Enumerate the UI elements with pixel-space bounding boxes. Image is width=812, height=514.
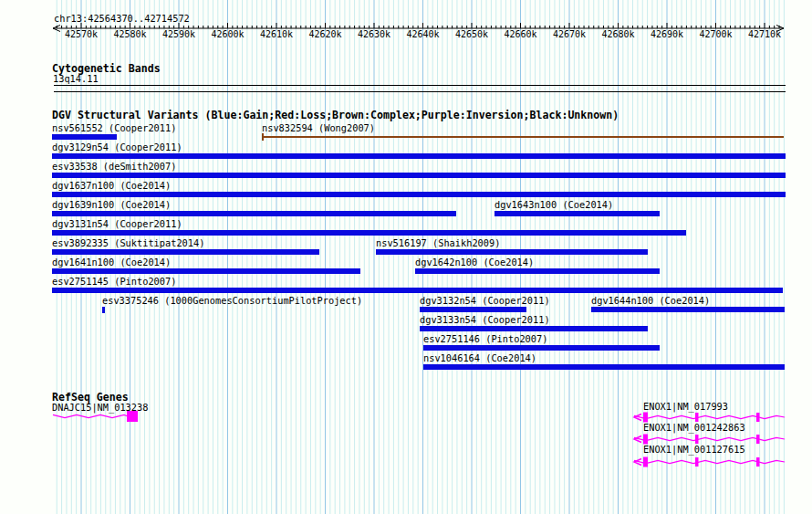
gene-exon-tick (695, 435, 699, 444)
ruler-tick-label: 42580k (108, 30, 153, 39)
gene-exon-tick (695, 413, 699, 422)
ruler-tick-label: 42700k (693, 30, 739, 39)
variant-bar[interactable] (420, 307, 526, 312)
variant-bar[interactable] (52, 288, 783, 293)
cytoband-band-box[interactable] (54, 85, 786, 92)
cytoband-label: 13q14.11 (53, 74, 99, 83)
gene-exon-tick (756, 435, 760, 444)
gene-intron-line (634, 460, 785, 463)
ruler-tick-label: 42640k (401, 30, 446, 39)
ruler-tick-label: 42660k (498, 30, 544, 39)
ruler-tick-label: 42600k (205, 30, 251, 39)
variant-label: esv2751146 (Pinto2007) (423, 334, 547, 343)
ruler-tick-label: 42610k (254, 30, 299, 39)
variant-bar[interactable] (423, 345, 660, 351)
variant-label: dgv1644n100 (Coe2014) (591, 296, 710, 305)
variant-label: dgv1641n100 (Coe2014) (52, 257, 171, 267)
variant-bar[interactable] (415, 268, 660, 274)
gene-exon-tick (695, 457, 699, 467)
gene-label: DNAJC15|NM_013238 (52, 403, 148, 412)
variant-bar[interactable] (52, 153, 786, 159)
ruler-tick-label: 42630k (351, 30, 397, 39)
variant-label: esv33538 (deSmith2007) (52, 162, 176, 171)
ruler-tick-label: 42570k (58, 30, 104, 39)
variant-label: dgv1637n100 (Coe2014) (52, 181, 171, 190)
ruler-tick-label: 42620k (303, 30, 349, 39)
variant-bar[interactable] (52, 134, 117, 140)
variant-bar[interactable] (376, 249, 648, 255)
genome-browser-view: chr13:42564370..42714572 42570k42580k425… (0, 0, 812, 514)
gene-exon-block (643, 457, 648, 467)
variant-bar[interactable] (591, 307, 785, 312)
variant-label: nsv561552 (Cooper2011) (52, 123, 176, 132)
ruler-tick-label: 42650k (449, 30, 494, 39)
gene-label: ENOX1|NM_001242863 (643, 423, 745, 432)
gene-exon-tick (756, 457, 760, 467)
variant-label: dgv3129n54 (Cooper2011) (52, 142, 182, 152)
region-label: chr13:42564370..42714572 (54, 14, 190, 23)
ruler-tick-label: 42690k (644, 30, 690, 39)
gene-intron-line (53, 414, 128, 417)
variant-complex-line[interactable] (262, 136, 784, 138)
gene-intron-line (634, 415, 785, 418)
variant-label: dgv1639n100 (Coe2014) (52, 200, 171, 209)
variant-point-bar[interactable] (102, 307, 105, 313)
gene-strand-arrow-icon (634, 436, 641, 443)
variant-label: dgv3132n54 (Cooper2011) (420, 296, 550, 305)
variant-bar[interactable] (423, 364, 785, 370)
gene-exon-tick (756, 413, 760, 422)
variant-label: dgv1643n100 (Coe2014) (494, 200, 613, 209)
ruler-tick-label: 42680k (596, 30, 641, 39)
gene-strand-arrow-icon (634, 459, 641, 466)
variant-label: dgv3131n54 (Cooper2011) (52, 219, 182, 228)
variant-bar[interactable] (420, 326, 648, 331)
gene-label: ENOX1|NM_017993 (643, 402, 728, 411)
variant-bar[interactable] (494, 211, 660, 216)
variant-bar[interactable] (52, 230, 686, 236)
variant-label: nsv516197 (Shaikh2009) (376, 238, 500, 247)
gene-exon-block (643, 413, 648, 423)
gene-glyph[interactable] (634, 413, 785, 423)
variant-label: nsv832594 (Wong2007) (262, 123, 375, 132)
variant-bar[interactable] (52, 173, 786, 178)
ruler-tick-label: 42590k (156, 30, 202, 39)
variant-bar[interactable] (52, 192, 786, 197)
gene-glyph[interactable] (634, 435, 785, 445)
gene-intron-line (634, 437, 785, 440)
variant-bar[interactable] (52, 268, 360, 274)
gene-glyph[interactable] (634, 457, 785, 467)
dgv-track-title: DGV Structural Variants (Blue:Gain;Red:L… (52, 110, 619, 121)
variant-bar[interactable] (52, 211, 456, 216)
gene-strand-arrow-icon (634, 414, 641, 421)
ruler-tick-label: 42710k (742, 30, 787, 39)
variant-label: dgv1642n100 (Coe2014) (415, 257, 534, 267)
variant-label: esv3892335 (Suktitipat2014) (52, 238, 204, 247)
variant-complex-end-tick (262, 133, 264, 141)
variant-bar[interactable] (52, 249, 319, 255)
variant-label: esv2751145 (Pinto2007) (52, 277, 176, 286)
variant-label: dgv3133n54 (Cooper2011) (420, 315, 550, 324)
ruler-tick-label: 42670k (547, 30, 592, 39)
variant-label: nsv1046164 (Coe2014) (423, 353, 536, 362)
gene-exon-block (643, 435, 648, 445)
variant-label: esv3375246 (1000GenomesConsortiumPilotPr… (102, 296, 362, 305)
gene-label: ENOX1|NM_001127615 (643, 445, 745, 454)
